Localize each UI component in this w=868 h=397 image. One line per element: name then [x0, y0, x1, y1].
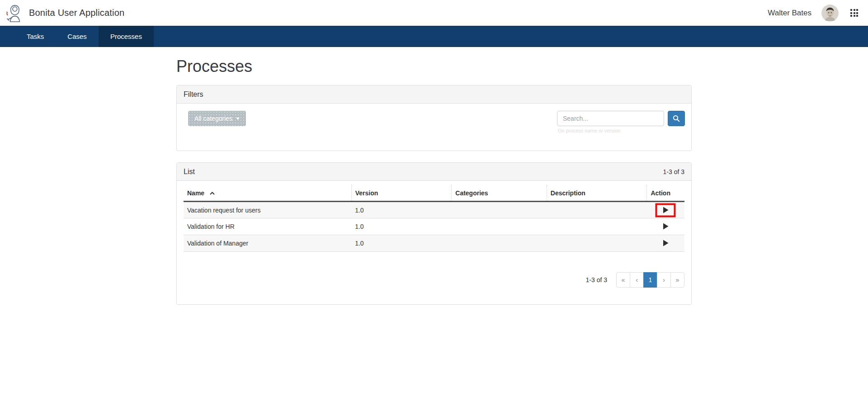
table-header-row: Name Version Categories Description Acti… — [184, 184, 684, 202]
cell-process-categories — [452, 235, 547, 252]
cell-action — [647, 218, 684, 235]
column-header-name[interactable]: Name — [184, 184, 351, 202]
search-button[interactable] — [668, 111, 685, 126]
list-range-badge: 1-3 of 3 — [663, 168, 684, 175]
filters-panel-title: Filters — [184, 90, 203, 99]
table-row[interactable]: Validation of Manager 1.0 — [184, 235, 684, 252]
table-row[interactable]: Vacation request for users 1.0 — [184, 202, 684, 218]
filters-panel-body: All categories On process name or versio… — [177, 104, 691, 151]
list-panel-title: List — [184, 168, 195, 176]
app-title: Bonita User Application — [29, 8, 124, 18]
cell-process-version: 1.0 — [351, 235, 452, 252]
column-header-categories[interactable]: Categories — [452, 184, 547, 202]
search-zone: On process name or version — [557, 111, 685, 133]
sort-asc-icon — [210, 189, 215, 196]
table-row[interactable]: Validation for HR 1.0 — [184, 218, 684, 235]
start-process-button[interactable] — [661, 239, 670, 248]
cell-process-description — [547, 202, 647, 218]
list-panel-body: Name Version Categories Description Acti… — [177, 181, 691, 304]
column-header-version[interactable]: Version — [351, 184, 452, 202]
tab-cases[interactable]: Cases — [56, 26, 99, 47]
caret-down-icon — [236, 118, 240, 120]
process-table: Name Version Categories Description Acti… — [184, 184, 684, 252]
list-panel: List 1-3 of 3 Name Version — [176, 162, 692, 305]
apps-grid-icon[interactable] — [850, 9, 858, 17]
user-avatar[interactable] — [821, 5, 839, 22]
pager-prev-button[interactable]: ‹ — [630, 272, 644, 288]
play-icon — [663, 240, 669, 246]
pager-group: « ‹ 1 › » — [616, 272, 684, 288]
start-process-button[interactable] — [661, 205, 670, 214]
search-hint: On process name or version — [557, 128, 685, 133]
cell-process-categories — [452, 202, 547, 218]
magnifier-icon — [673, 115, 680, 122]
column-header-action: Action — [647, 184, 684, 202]
pagination: 1-3 of 3 « ‹ 1 › » — [184, 272, 684, 288]
play-icon — [663, 207, 669, 213]
cell-process-categories — [452, 218, 547, 235]
bonita-logo-icon — [5, 3, 23, 23]
tab-processes[interactable]: Processes — [99, 26, 154, 47]
cell-process-name: Vacation request for users — [184, 202, 351, 218]
pager-next-button[interactable]: › — [657, 272, 671, 288]
play-icon — [663, 223, 669, 230]
pagination-range-label: 1-3 of 3 — [586, 276, 607, 284]
pager-last-button[interactable]: » — [670, 272, 684, 288]
cell-action — [647, 202, 684, 218]
cell-process-description — [547, 218, 647, 235]
page-title: Processes — [176, 57, 692, 76]
start-process-button[interactable] — [661, 222, 670, 231]
pager-first-button[interactable]: « — [616, 272, 630, 288]
cell-process-name: Validation for HR — [184, 218, 351, 235]
cell-process-name: Validation of Manager — [184, 235, 351, 252]
tab-tasks[interactable]: Tasks — [15, 26, 56, 47]
pager-page-1-button[interactable]: 1 — [643, 272, 657, 288]
search-input[interactable] — [557, 111, 664, 126]
cell-process-version: 1.0 — [351, 218, 452, 235]
filters-panel: Filters All categories On process nam — [176, 85, 692, 151]
column-header-description[interactable]: Description — [547, 184, 647, 202]
all-categories-label: All categories — [194, 115, 232, 122]
user-name[interactable]: Walter Bates — [768, 9, 811, 18]
app-header: Bonita User Application Walter Bates — [0, 0, 868, 26]
filters-panel-header: Filters — [177, 85, 691, 104]
list-panel-header: List 1-3 of 3 — [177, 163, 691, 181]
main-content: Processes Filters All categories — [176, 57, 692, 305]
main-navbar: Tasks Cases Processes — [0, 26, 868, 47]
cell-action — [647, 235, 684, 252]
all-categories-dropdown[interactable]: All categories — [188, 111, 246, 126]
cell-process-version: 1.0 — [351, 202, 452, 218]
cell-process-description — [547, 235, 647, 252]
